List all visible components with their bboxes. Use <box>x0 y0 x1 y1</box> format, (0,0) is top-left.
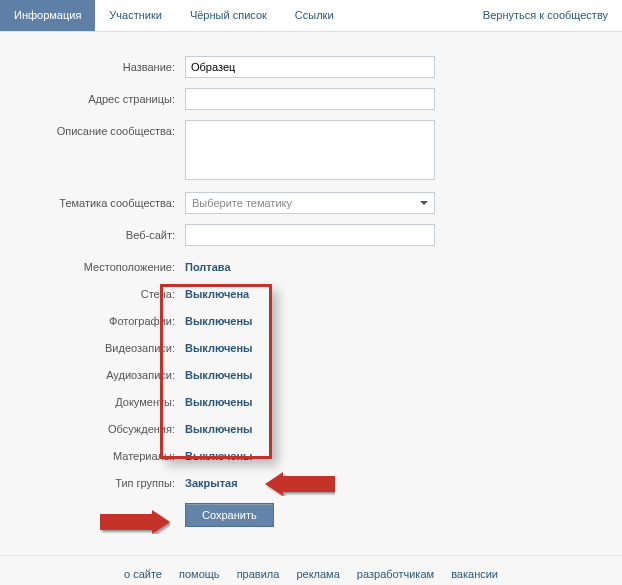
settings-form: Название: Адрес страницы: Описание сообщ… <box>0 32 622 555</box>
materials-value[interactable]: Выключены <box>185 445 252 462</box>
group-type-value[interactable]: Закрытая <box>185 472 238 489</box>
address-input[interactable] <box>185 88 435 110</box>
audios-value[interactable]: Выключены <box>185 364 252 381</box>
theme-select[interactable]: Выберите тематику <box>185 192 435 214</box>
label-name: Название: <box>30 56 185 73</box>
discussions-value[interactable]: Выключены <box>185 418 252 435</box>
description-textarea[interactable] <box>185 120 435 180</box>
label-discussions: Обсуждения: <box>30 418 185 435</box>
label-photos: Фотографии: <box>30 310 185 327</box>
label-description: Описание сообщества: <box>30 120 185 137</box>
docs-value[interactable]: Выключены <box>185 391 252 408</box>
footer-link-jobs[interactable]: вакансии <box>451 568 498 580</box>
chevron-down-icon <box>420 201 428 205</box>
save-button[interactable]: Сохранить <box>185 503 274 527</box>
label-docs: Документы: <box>30 391 185 408</box>
theme-placeholder: Выберите тематику <box>192 197 292 209</box>
footer-link-devs[interactable]: разработчикам <box>357 568 434 580</box>
label-audios: Аудиозаписи: <box>30 364 185 381</box>
tab-members[interactable]: Участники <box>95 0 176 31</box>
label-videos: Видеозаписи: <box>30 337 185 354</box>
tab-info[interactable]: Информация <box>0 0 95 31</box>
footer-link-rules[interactable]: правила <box>237 568 280 580</box>
tab-blacklist[interactable]: Чёрный список <box>176 0 281 31</box>
footer-link-ads[interactable]: реклама <box>296 568 339 580</box>
photos-value[interactable]: Выключены <box>185 310 252 327</box>
tabs-bar: Информация Участники Чёрный список Ссылк… <box>0 0 622 32</box>
footer: о сайте помощь правила реклама разработч… <box>0 555 622 585</box>
tab-links[interactable]: Ссылки <box>281 0 348 31</box>
website-input[interactable] <box>185 224 435 246</box>
label-website: Веб-сайт: <box>30 224 185 241</box>
footer-link-help[interactable]: помощь <box>179 568 220 580</box>
label-materials: Материалы: <box>30 445 185 462</box>
label-group-type: Тип группы: <box>30 472 185 489</box>
back-to-community[interactable]: Вернуться к сообществу <box>469 0 622 31</box>
videos-value[interactable]: Выключены <box>185 337 252 354</box>
wall-value[interactable]: Выключена <box>185 283 249 300</box>
label-address: Адрес страницы: <box>30 88 185 105</box>
footer-link-about[interactable]: о сайте <box>124 568 162 580</box>
label-location: Местоположение: <box>30 256 185 273</box>
label-wall: Стена: <box>30 283 185 300</box>
name-input[interactable] <box>185 56 435 78</box>
location-value[interactable]: Полтава <box>185 256 231 273</box>
label-theme: Тематика сообщества: <box>30 192 185 209</box>
